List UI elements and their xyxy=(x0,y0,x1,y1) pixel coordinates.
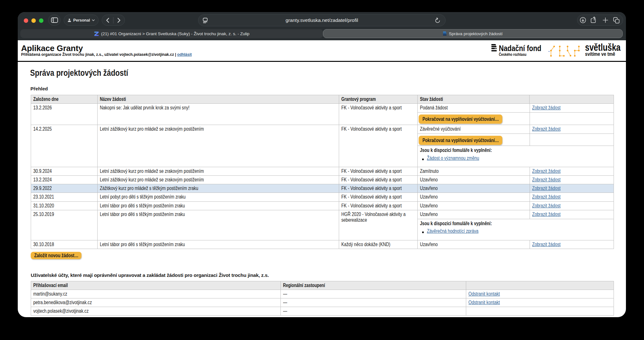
svg-text:Nadační fond: Nadační fond xyxy=(499,44,541,53)
svg-text:Českého rozhlasu: Českého rozhlasu xyxy=(499,52,526,57)
svg-text:svítíme ve tmě: svítíme ve tmě xyxy=(585,51,615,57)
